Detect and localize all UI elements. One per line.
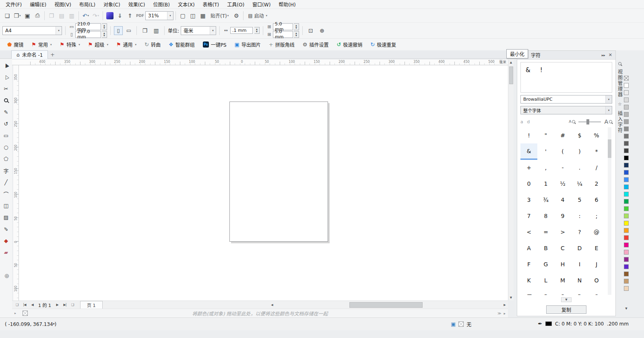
show-grid-button[interactable]: ▦ [198,11,208,21]
zoom-out-glyphs-button[interactable]: A [569,120,571,124]
import-button[interactable]: ⇓ [115,11,125,21]
drawing-canvas[interactable] [19,65,508,301]
vertical-scrollbar-thumb[interactable] [509,66,513,84]
color-swatch[interactable] [624,97,629,102]
glyph-cell[interactable]: 4 [554,192,571,208]
glyph-cell[interactable]: > [554,224,571,240]
copy-button[interactable]: ▤ [57,11,66,21]
welcome-screen-button[interactable] [105,11,115,21]
glyph-cell[interactable]: % [588,127,605,143]
next-page-button[interactable]: ▶ [54,302,60,308]
scroll-right-button[interactable]: ▶ [502,301,508,309]
glyph-cell[interactable]: G [537,256,554,272]
close-icon[interactable]: ✕ [609,52,612,58]
glyph-cell[interactable]: L [537,272,554,288]
超级[interactable]: ⚑ 超级 ▾ [84,40,112,50]
horizontal-scrollbar[interactable]: ◀ ▶ [269,301,508,309]
智能群组[interactable]: ❖ 智能群组 ▾ [165,40,199,50]
last-page-button[interactable]: ▶| [62,302,68,308]
duplicate-y-field[interactable]: 5.0 mm [273,31,293,38]
glyph-cell[interactable]: J [588,256,605,272]
open-button[interactable]: ❒▾ [12,11,22,21]
menu-item[interactable]: 布局(L) [75,0,99,9]
glyph-cell[interactable]: 0 [520,176,537,192]
glyph-cell[interactable]: ' [537,143,554,160]
pick-tool[interactable]: ▶ [1,60,11,71]
chevron-down-icon[interactable]: ▾ [605,95,612,103]
color-swatch[interactable] [624,286,629,291]
horizontal-scrollbar-thumb[interactable] [349,302,423,308]
scroll-up-button[interactable]: ▲ [508,60,514,65]
glyph-cell[interactable]: 1 [537,176,554,192]
page-boundary[interactable] [229,102,328,242]
add-control-button[interactable]: ⊕ [317,26,327,35]
导出图片[interactable]: ▣ 导出图片 ▾ [231,40,265,50]
freehand-tool[interactable]: ✎ [1,107,11,117]
color-swatch[interactable] [624,163,629,168]
add-page-button[interactable]: ❑ [14,302,20,308]
极速撤销[interactable]: ↺ 极速撤销 ▾ [332,40,366,50]
color-swatch[interactable] [624,156,629,160]
color-swatch[interactable] [624,206,629,211]
down-arrow-icon[interactable]: ▼ [295,27,297,29]
copy-glyph-button[interactable]: 复制 [546,305,586,314]
docker-tab-view-manager[interactable]: 视图管理器 [617,69,623,97]
dimension-tool[interactable]: ╱ [1,177,11,187]
color-swatch[interactable] [624,148,629,153]
menu-item[interactable]: 位图(B) [149,0,174,9]
nudge-distance-field[interactable]: .1 mm [230,27,253,34]
魔镜[interactable]: ⬟ 魔镜 ▾ [3,40,27,50]
glyph-cell[interactable]: ( [554,143,571,160]
save-button[interactable]: ▣ [23,11,32,21]
color-swatch[interactable] [624,214,629,218]
color-swatch[interactable] [624,141,629,146]
glyph-cell[interactable]: & [520,143,537,160]
eraser-tool[interactable]: ▰ [1,247,11,257]
cut-button[interactable]: ❐ [47,11,56,21]
color-swatch[interactable] [624,279,629,284]
color-swatch[interactable] [624,119,629,124]
duplicate-y-stepper[interactable]: ▲▼ [294,31,299,38]
chevron-down-icon[interactable]: ▾ [210,27,216,35]
customize-toolbox-button[interactable] [1,330,11,338]
glyph-cell[interactable]: $ [571,127,588,143]
menu-item[interactable]: 工具(O) [223,0,248,9]
document-tab[interactable]: ⌂ 未命名 -1 [11,50,48,59]
units-combobox[interactable]: 毫米 ▾ [181,26,216,35]
options-button[interactable]: ⚙ [231,11,241,21]
vertical-ruler[interactable]: 35030025020015010050050100 [13,65,19,301]
palette-more-button[interactable]: ▼ [623,307,629,310]
color-swatch[interactable] [624,264,629,269]
glyph-cell[interactable]: # [554,127,571,143]
up-arrow-icon[interactable]: ▲ [103,25,105,27]
launch-menu-button[interactable]: ▤ 启动 ▾ [246,11,270,21]
export-button[interactable]: ⇑ [125,11,135,21]
glyph-cell[interactable]: A [520,240,537,256]
menu-item[interactable]: 文本(X) [174,0,199,9]
connector-tool[interactable]: ⌒ [1,189,11,199]
glyph-cell[interactable]: S [588,288,605,295]
docker-title-bar[interactable]: 字符 ▸▸ ✕ [517,51,615,60]
chevron-down-icon[interactable]: ▾ [605,106,612,114]
menu-item[interactable]: 效果(C) [124,0,149,9]
glyph-cell[interactable]: Œ [520,288,537,295]
shape-tool[interactable]: ▷ [1,72,11,82]
glyph-cell[interactable]: F [520,256,537,272]
glyph-cell[interactable]: E [588,240,605,256]
show-rulers-button[interactable]: ◫ [188,11,198,21]
nudge-distance-stepper[interactable]: ▲▼ [254,27,260,34]
glyph-cell[interactable]: 9 [554,208,571,224]
glyph-cell[interactable]: ) [571,143,588,160]
font-combobox[interactable]: BrowalliaUPC ▾ [520,95,612,104]
customize-toolbox-button[interactable]: ⊕ [2,271,12,281]
glyph-cell[interactable]: K [520,272,537,288]
polygon-tool[interactable]: ⬠ [1,153,11,164]
glyph-cell[interactable]: ! [520,127,537,143]
color-swatch[interactable] [624,243,629,247]
up-arrow-icon[interactable]: ▲ [103,32,105,34]
outline-color-swatch[interactable] [545,321,552,326]
color-swatch[interactable] [624,192,629,197]
glyph-cell[interactable]: ? [571,224,588,240]
glyph-scrollbar-thumb[interactable] [608,139,611,158]
page-height-field[interactable]: 297.0 mm [75,31,101,38]
